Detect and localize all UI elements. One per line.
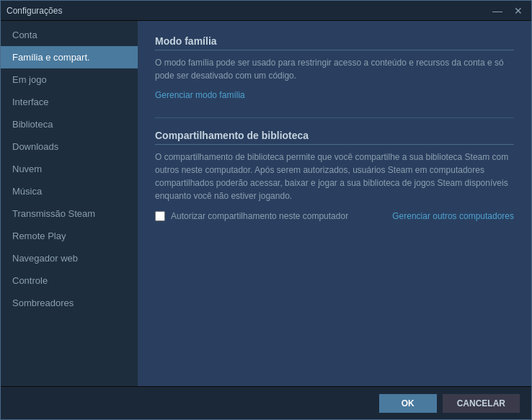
section-family-title: Modo família: [155, 35, 514, 50]
divider: [155, 117, 514, 118]
titlebar-controls: — ✕: [489, 4, 526, 18]
sidebar-item-emjogo[interactable]: Em jogo: [1, 68, 138, 91]
sidebar-item-sombreadores[interactable]: Sombreadores: [1, 292, 138, 314]
manage-computers-link[interactable]: Gerenciar outros computadores: [392, 211, 514, 221]
sidebar-item-interface[interactable]: Interface: [1, 91, 138, 113]
sidebar-item-familia[interactable]: Família e compart.: [1, 46, 138, 68]
section-library-desc: O compartilhamento de biblioteca permite…: [155, 151, 514, 202]
main-panel: Modo família O modo família pode ser usa…: [138, 21, 531, 386]
sidebar-item-controle[interactable]: Controle: [1, 269, 138, 292]
sidebar-item-nuvem[interactable]: Nuvem: [1, 158, 138, 180]
sidebar-item-conta[interactable]: Conta: [1, 24, 138, 46]
sidebar: ContaFamília e compart.Em jogoInterfaceB…: [1, 21, 138, 386]
main-content: ContaFamília e compart.Em jogoInterfaceB…: [1, 21, 531, 386]
sidebar-item-musica[interactable]: Música: [1, 180, 138, 202]
section-family-desc: O modo família pode ser usado para restr…: [155, 56, 514, 82]
cancel-button[interactable]: CANCELAR: [443, 394, 520, 413]
sidebar-item-remoteplay[interactable]: Remote Play: [1, 225, 138, 247]
section-library-sharing: Compartilhamento de biblioteca O compart…: [155, 130, 514, 221]
close-button[interactable]: ✕: [511, 4, 526, 18]
section-family-mode: Modo família O modo família pode ser usa…: [155, 35, 514, 100]
footer: OK CANCELAR: [1, 386, 531, 419]
sharing-checkbox[interactable]: [155, 211, 165, 221]
titlebar: Configurações — ✕: [1, 1, 531, 21]
sidebar-item-downloads[interactable]: Downloads: [1, 135, 138, 158]
minimize-button[interactable]: —: [489, 4, 505, 18]
ok-button[interactable]: OK: [379, 394, 437, 413]
settings-window: Configurações — ✕ ContaFamília e compart…: [0, 0, 532, 420]
sidebar-item-navegador[interactable]: Navegador web: [1, 247, 138, 269]
section-library-title: Compartilhamento de biblioteca: [155, 130, 514, 145]
sidebar-item-transmissao[interactable]: Transmissão Steam: [1, 202, 138, 225]
sharing-checkbox-label[interactable]: Autorizar compartilhamento neste computa…: [171, 211, 348, 221]
manage-family-link[interactable]: Gerenciar modo família: [155, 90, 245, 100]
sidebar-item-biblioteca[interactable]: Biblioteca: [1, 113, 138, 135]
sharing-checkbox-row: Autorizar compartilhamento neste computa…: [155, 211, 514, 221]
window-title: Configurações: [6, 6, 62, 16]
